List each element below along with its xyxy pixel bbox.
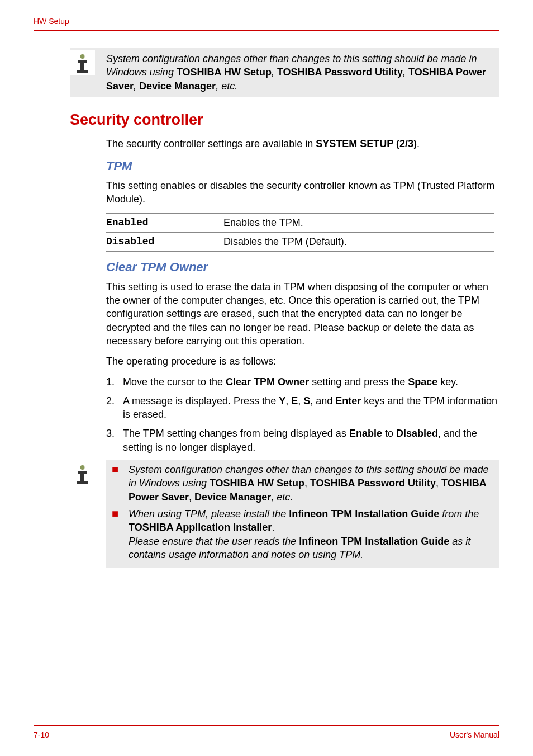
svg-rect-3 xyxy=(77,70,88,73)
bullet-item: ■ System configuration changes other tha… xyxy=(112,463,494,504)
subsection-tpm-title: TPM xyxy=(106,159,499,173)
subsection-clear-tpm-title: Clear TPM Owner xyxy=(106,260,499,275)
intro-c: . xyxy=(417,138,420,149)
t: . xyxy=(272,522,274,533)
t: Disabled xyxy=(396,428,438,439)
t: Move the cursor to the xyxy=(123,376,226,388)
intro-a: The security controller settings are ava… xyxy=(106,138,316,149)
bullet-item: ■ When using TPM, please install the Inf… xyxy=(112,507,494,561)
t: Y xyxy=(279,395,285,407)
svg-rect-6 xyxy=(80,471,84,482)
t: Please ensure that the user reads the xyxy=(129,536,299,547)
info-note-content: ■ System configuration changes other tha… xyxy=(106,460,499,568)
table-val-disabled: Disables the TPM (Default). xyxy=(223,236,494,248)
t: A message is displayed. Press the xyxy=(123,395,279,407)
list-item: 3. The TPM setting changes from being di… xyxy=(106,427,499,454)
list-number: 1. xyxy=(106,375,123,389)
section-title-security-controller: Security controller xyxy=(70,111,499,129)
t: Infineon TPM Installation Guide xyxy=(299,536,449,547)
list-number: 2. xyxy=(106,394,123,422)
t: E xyxy=(291,395,298,407)
t: S xyxy=(303,395,310,407)
sep: , xyxy=(272,67,277,78)
svg-rect-2 xyxy=(80,60,84,71)
tpm-settings-table: Enabled Enables the TPM. Disabled Disabl… xyxy=(106,213,494,252)
t: from the xyxy=(439,508,479,519)
manual-label: User's Manual xyxy=(450,730,499,739)
t: key. xyxy=(437,376,458,388)
table-row: Enabled Enables the TPM. xyxy=(106,213,494,232)
note1-bold2: TOSHIBA Password Utility xyxy=(277,67,403,78)
t: , xyxy=(189,492,194,503)
t: to xyxy=(382,428,396,439)
t: Clear TPM Owner xyxy=(226,376,309,388)
t: setting and press the xyxy=(309,376,408,388)
info-icon xyxy=(70,50,95,75)
page-footer: 7-10 User's Manual xyxy=(34,725,499,739)
svg-point-4 xyxy=(80,465,85,470)
bullet-icon: ■ xyxy=(112,463,129,504)
procedure-intro: The operating procedure is as follows: xyxy=(106,355,499,368)
t: Device Manager xyxy=(194,492,271,503)
t: Space xyxy=(408,376,437,388)
tpm-description: This setting enables or disables the sec… xyxy=(106,179,499,206)
table-key-enabled: Enabled xyxy=(106,217,223,229)
info-note-text: System configuration changes other than … xyxy=(106,49,494,96)
t: Enable xyxy=(349,428,382,439)
t: When using TPM, please install the xyxy=(129,508,289,519)
table-row: Disabled Disables the TPM (Default). xyxy=(106,232,494,252)
note1-bold1: TOSHIBA HW Setup xyxy=(177,67,272,78)
t: , xyxy=(285,395,291,407)
t: TOSHIBA Password Utility xyxy=(310,478,436,489)
table-val-enabled: Enables the TPM. xyxy=(223,217,494,229)
t: Infineon TPM Installation Guide xyxy=(289,508,439,519)
page-number: 7-10 xyxy=(34,730,49,739)
t: , xyxy=(298,395,303,407)
t: , and xyxy=(310,395,335,407)
t: , xyxy=(436,478,441,489)
info-note-1: System configuration changes other than … xyxy=(70,48,499,97)
svg-rect-7 xyxy=(77,481,88,484)
list-item: 2. A message is displayed. Press the Y, … xyxy=(106,394,499,422)
t: The TPM setting changes from being displ… xyxy=(123,428,349,439)
info-icon xyxy=(70,461,95,486)
page-header: HW Setup xyxy=(34,17,499,31)
sep: , xyxy=(403,67,408,78)
t: Enter xyxy=(335,395,361,407)
t: , xyxy=(304,478,310,489)
info-note-2: ■ System configuration changes other tha… xyxy=(70,460,499,568)
t: , etc. xyxy=(271,492,293,503)
list-text: Move the cursor to the Clear TPM Owner s… xyxy=(123,375,499,389)
note1-end: , etc. xyxy=(216,81,237,92)
bullet-icon: ■ xyxy=(112,507,129,561)
bullet-text: When using TPM, please install the Infin… xyxy=(129,507,494,561)
sep: , xyxy=(134,81,139,92)
intro-b: SYSTEM SETUP (2/3) xyxy=(316,138,417,149)
intro-text: The security controller settings are ava… xyxy=(106,137,499,150)
list-text: A message is displayed. Press the Y, E, … xyxy=(123,394,499,422)
clear-tpm-description: This setting is used to erase the data i… xyxy=(106,280,499,348)
table-key-disabled: Disabled xyxy=(106,236,223,248)
list-item: 1. Move the cursor to the Clear TPM Owne… xyxy=(106,375,499,389)
t: TOSHIBA Application Installer xyxy=(129,522,272,533)
t: TOSHIBA HW Setup xyxy=(210,478,304,489)
list-number: 3. xyxy=(106,427,123,454)
svg-point-0 xyxy=(80,54,85,59)
list-text: The TPM setting changes from being displ… xyxy=(123,427,499,454)
procedure-list: 1. Move the cursor to the Clear TPM Owne… xyxy=(106,375,499,454)
bullet-text: System configuration changes other than … xyxy=(129,463,494,504)
note1-bold4: Device Manager xyxy=(139,81,216,92)
